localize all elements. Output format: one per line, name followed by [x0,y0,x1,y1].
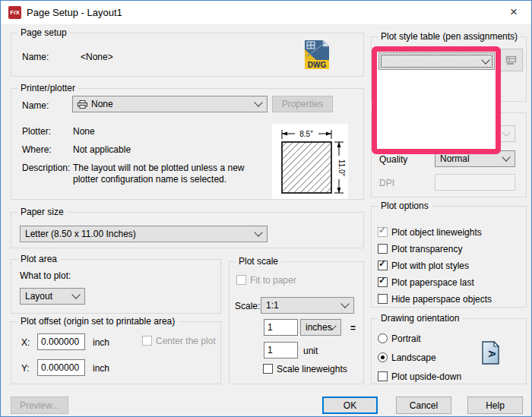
paper-units-select[interactable]: inches [300,319,341,336]
what-to-plot-label: What to plot: [20,270,71,281]
quality-label: Quality [379,154,407,165]
properties-button-label: Properties [282,99,324,109]
group-label: Plot options [378,201,432,211]
drawing-units-input[interactable]: 1 [264,342,298,359]
title-bar: F/X Page Setup - Layout1 × [1,1,531,24]
paper-units-input[interactable]: 1 [264,319,298,336]
plot-with-plot-styles-label: Plot with plot styles [391,261,469,271]
center-the-plot-label: Center the plot [156,336,216,346]
preview-button-label: Preview... [20,400,59,411]
group-plot-area: Plot area What to plot: Layout [11,259,221,314]
description-value: The layout will not be plotted unless a … [73,163,272,185]
paper-preview: 8.5″ 11.0″ [272,124,348,199]
group-drawing-orientation: Drawing orientation Portrait Landscape ✓… [371,318,527,384]
scale-value: 1:1 [266,300,279,311]
x-offset-input[interactable]: 0.000000 [37,333,85,350]
group-label: Drawing orientation [378,313,462,324]
name-label: Name: [22,52,49,62]
y-offset-value: 0.000000 [41,362,79,373]
cancel-button-label: Cancel [410,400,438,411]
unit-label: unit [303,346,318,356]
paper-size-select[interactable]: Letter (8.50 x 11.00 Inches) [20,226,268,242]
ok-button[interactable]: OK [322,396,378,414]
drawing-units-value: 1 [268,345,273,355]
group-label: Paper size [17,207,67,217]
y-offset-label: Y: [21,363,30,374]
group-label: Plot style table (pen assignments) [378,31,521,42]
plot-style-table-select[interactable] [378,52,495,70]
description-label: Description: [22,163,70,173]
printer-name-select[interactable]: None [72,96,268,112]
group-label: Plot area [17,254,60,264]
app-icon: F/X [8,6,21,19]
check-icon: ✓ [378,258,386,269]
page-setup-dialog: F/X Page Setup - Layout1 × Page setup Na… [0,0,532,417]
group-label: Printer/plotter [17,83,78,93]
equals-sign: = [350,323,356,333]
plot-object-lineweights-label: Plot object lineweights [391,227,482,238]
dpi-label: DPI [379,178,394,188]
group-plot-offset: Plot offset (origin set to printable are… [11,321,221,384]
plot-paperspace-last-label: Plot paperspace last [391,277,474,288]
landscape-paper-icon: A [482,341,499,365]
paper-size-value: Letter (8.50 x 11.00 Inches) [25,229,136,239]
edit-pen-table-icon [505,55,518,65]
quality-value: Normal [440,153,470,164]
svg-text:DWG: DWG [308,61,327,69]
landscape-label: Landscape [391,352,436,363]
dwg-file-icon: DWG [304,39,330,70]
y-offset-input[interactable]: 0.000000 [37,359,85,376]
x-offset-value: 0.000000 [41,336,79,347]
where-label: Where: [22,144,52,155]
center-the-plot-checkbox[interactable]: ✓ [142,336,152,346]
group-label: Page setup [17,27,70,38]
svg-text:11.0″: 11.0″ [337,160,346,177]
group-paper-size: Paper size Letter (8.50 x 11.00 Inches) [11,212,364,248]
plot-object-lineweights-checkbox[interactable]: ✓ [378,227,388,237]
printer-icon [78,100,87,109]
edit-plot-style-button[interactable] [500,49,523,71]
what-to-plot-value: Layout [25,291,52,302]
hide-paperspace-objects-checkbox[interactable]: ✓ [378,294,388,304]
paper-units-value: 1 [268,322,273,333]
properties-button[interactable]: Properties [272,96,333,112]
x-unit-label: inch [93,337,109,348]
plot-with-plot-styles-checkbox[interactable]: ✓ [378,261,388,270]
chevron-down-icon [71,290,80,299]
landscape-radio[interactable] [378,352,388,362]
plotter-value: None [73,126,95,137]
check-icon: ✓ [378,225,386,235]
portrait-radio[interactable] [378,333,388,343]
chevron-down-icon [254,228,262,236]
plotter-label: Plotter: [22,126,51,137]
help-button[interactable]: Help [467,396,523,414]
what-to-plot-select[interactable]: Layout [20,288,85,305]
plot-upside-down-checkbox[interactable]: ✓ [378,371,388,381]
where-value: Not applicable [73,144,131,155]
fit-to-paper-checkbox[interactable]: ✓ [236,275,246,285]
scale-label: Scale: [235,301,260,311]
scale-lineweights-checkbox[interactable]: ✓ [263,364,273,374]
chevron-down-icon [340,299,349,308]
fit-to-paper-label: Fit to paper [250,275,296,286]
portrait-label: Portrait [391,333,421,344]
preview-button[interactable]: Preview... [11,396,68,414]
group-label: Plot offset (origin set to printable are… [17,316,178,327]
group-label: Plot scale [236,256,281,267]
close-icon[interactable]: × [501,2,527,23]
svg-text:8.5″: 8.5″ [299,130,313,138]
plot-paperspace-last-checkbox[interactable]: ✓ [378,277,388,287]
group-plot-options: Plot options ✓ Plot object lineweights ✓… [371,206,527,308]
plot-transparency-checkbox[interactable]: ✓ [378,244,388,254]
chevron-down-icon [502,128,510,136]
scale-select[interactable]: 1:1 [261,297,354,314]
dpi-input[interactable] [435,174,515,191]
group-plot-scale: Plot scale ✓ Fit to paper Scale: 1:1 1 i… [229,261,364,384]
cancel-button[interactable]: Cancel [396,396,451,414]
plot-upside-down-label: Plot upside-down [391,371,461,382]
ok-button-label: OK [344,400,356,411]
printer-name-label: Name: [22,100,49,111]
x-offset-label: X: [21,337,30,348]
paper-units-combo-value: inches [306,322,332,333]
scale-lineweights-label: Scale lineweights [277,364,347,374]
